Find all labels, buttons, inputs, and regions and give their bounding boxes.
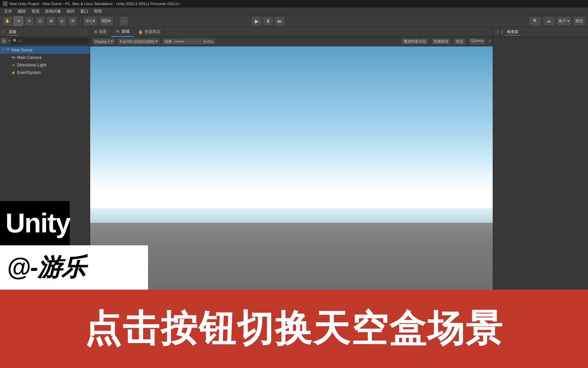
scale-tool-button[interactable]: ⊡ bbox=[35, 16, 45, 26]
game-toolbar-right: 播放时最大化 音频静音 状态 Gizmos ▾ bbox=[401, 38, 491, 45]
maximize-button[interactable]: 播放时最大化 bbox=[401, 38, 428, 45]
inspector-tab[interactable]: 检查器 bbox=[505, 29, 520, 35]
bottom-title-text: 点击按钮切换天空盒场景 bbox=[84, 304, 504, 354]
step-button[interactable]: ⏭ bbox=[274, 16, 285, 26]
display-button[interactable]: Display 1 ▾ bbox=[92, 38, 115, 45]
inspector-icon: ℹ bbox=[501, 30, 503, 34]
toolbar-right: 🔍 ☁ 账户 ▾ 图层 bbox=[529, 16, 585, 26]
center-tabs: ⊞ 场景 🎮 游戏 🔒 资源商店 bbox=[90, 27, 493, 37]
menu-edit[interactable]: 编辑 bbox=[15, 7, 29, 15]
drag-icon bbox=[2, 31, 5, 33]
local-label: 局部 bbox=[101, 18, 109, 24]
hierarchy-search[interactable]: 🔍 All bbox=[11, 38, 88, 44]
tab-game[interactable]: 🎮 游戏 bbox=[111, 27, 134, 37]
scene-tab-label: 场景 bbox=[99, 29, 107, 35]
store-tab-icon: 🔒 bbox=[138, 30, 143, 34]
search-icon: 🔍 bbox=[13, 39, 17, 43]
hierarchy-arrow: ▾ bbox=[8, 39, 10, 43]
search-placeholder: All bbox=[18, 39, 22, 43]
bottom-overlay: 点击按钮切换天空盒场景 bbox=[0, 290, 588, 368]
resolution-button[interactable]: Full HD (1920x1080) ▾ bbox=[117, 38, 160, 45]
camera-icon: 📷 bbox=[11, 55, 16, 60]
gizmos-button[interactable]: Gizmos bbox=[469, 38, 486, 45]
tab-scene[interactable]: ⊞ 场景 bbox=[90, 27, 111, 37]
hierarchy-tab[interactable]: 层级 bbox=[7, 29, 18, 35]
expand-arrow-eventsystem bbox=[7, 71, 11, 75]
cloud-button[interactable]: ☁ bbox=[543, 16, 555, 26]
menu-help[interactable]: 帮助 bbox=[91, 7, 105, 15]
inspector-header: ℹ 检查器 bbox=[493, 27, 588, 37]
tab-store[interactable]: 🔒 资源商店 bbox=[134, 27, 165, 37]
window-icon bbox=[3, 1, 7, 6]
hierarchy-item-new-scene[interactable]: ▾ 🎬 New Scene ⋮ bbox=[0, 46, 90, 54]
light-icon: ☀ bbox=[11, 63, 16, 67]
at-channel-text: @-游乐 bbox=[7, 251, 85, 284]
menu-assets[interactable]: 资源 bbox=[29, 7, 42, 15]
eventsystem-icon: ⚡ bbox=[11, 70, 16, 75]
scene-tab-icon: ⊞ bbox=[94, 30, 97, 34]
hierarchy-item-main-camera[interactable]: 📷 Main Camera bbox=[0, 54, 90, 61]
hierarchy-menu[interactable]: ⋮ bbox=[83, 29, 88, 35]
resolution-label: Full HD (1920x1080) bbox=[120, 40, 154, 44]
game-tab-icon: 🎮 bbox=[115, 29, 120, 34]
inspector-drag-icon bbox=[496, 31, 499, 33]
hierarchy-item-event-system[interactable]: ⚡ EventSystem bbox=[0, 69, 90, 76]
pivot-center-button[interactable]: 中心 ▾ bbox=[83, 16, 98, 26]
game-tab-label: 游戏 bbox=[121, 29, 130, 34]
mute-button[interactable]: 音频静音 bbox=[431, 38, 451, 45]
layers-button[interactable]: 图层 bbox=[573, 16, 585, 26]
pivot-label: 中心 bbox=[86, 18, 93, 24]
gizmos-dropdown[interactable]: ▾ bbox=[489, 39, 491, 44]
scene-label: New Scene bbox=[12, 48, 32, 52]
camera-label: Main Camera bbox=[17, 55, 42, 60]
title-bar: New Unity Project - New Scene - PC, Mac … bbox=[0, 0, 588, 7]
pause-button[interactable]: ⏸ bbox=[263, 16, 274, 26]
menu-file[interactable]: 文件 bbox=[1, 7, 15, 15]
toolbar: ✋ ✛ ↻ ⊡ ⊞ ◎ ⚙ 中心 ▾ 局部 ▾ ··· ▶ ⏸ ⏭ 🔍 ☁ 账户… bbox=[0, 15, 588, 27]
light-label: Directional Light bbox=[17, 63, 46, 67]
unity-branding-text: Unity bbox=[5, 208, 70, 239]
extra-button[interactable]: ··· bbox=[119, 16, 129, 26]
hierarchy-add-button[interactable]: + bbox=[1, 38, 7, 44]
scale-control[interactable]: 缩放 0.47x bbox=[162, 38, 215, 45]
scene-icon: 🎬 bbox=[5, 48, 10, 52]
menu-gameobject[interactable]: 游戏对象 bbox=[42, 7, 64, 15]
hand-tool-button[interactable]: ✋ bbox=[3, 16, 12, 26]
stats-button[interactable]: 状态 bbox=[454, 38, 466, 45]
toolbar-separator-2 bbox=[116, 17, 116, 25]
expand-arrow-camera bbox=[7, 56, 11, 60]
transform-tool-button[interactable]: ◎ bbox=[57, 16, 67, 26]
search-button[interactable]: 🔍 bbox=[529, 16, 541, 26]
hierarchy-item-directional-light[interactable]: ☀ Directional Light bbox=[0, 61, 90, 69]
menu-window[interactable]: 窗口 bbox=[78, 7, 91, 15]
scene-menu-btn[interactable]: ⋮ bbox=[85, 48, 88, 52]
store-tab-label: 资源商店 bbox=[144, 29, 161, 35]
play-button[interactable]: ▶ bbox=[251, 16, 262, 26]
sky-gradient bbox=[90, 46, 493, 223]
menu-component[interactable]: 组件 bbox=[64, 7, 78, 15]
eventsystem-label: EventSystem bbox=[17, 70, 41, 75]
title-text: New Unity Project - New Scene - PC, Mac … bbox=[10, 2, 180, 6]
hierarchy-toolbar: + ▾ 🔍 All bbox=[0, 37, 90, 45]
rotate-tool-button[interactable]: ↻ bbox=[24, 16, 34, 26]
expand-arrow-light bbox=[7, 63, 11, 67]
toolbar-separator-1 bbox=[80, 17, 81, 25]
scale-value: 0.47x bbox=[204, 40, 213, 44]
display-label: Display 1 bbox=[95, 40, 110, 44]
rect-tool-button[interactable]: ⊞ bbox=[46, 16, 56, 26]
at-overlay: @-游乐 bbox=[0, 245, 148, 290]
local-global-button[interactable]: 局部 ▾ bbox=[99, 16, 113, 26]
scale-text: 缩放 bbox=[164, 39, 172, 44]
expand-arrow-scene: ▾ bbox=[1, 48, 5, 52]
unity-overlay: Unity bbox=[0, 201, 70, 245]
hierarchy-header: 层级 ⋮ bbox=[0, 27, 90, 37]
play-controls: ▶ ⏸ ⏭ bbox=[251, 16, 285, 26]
menu-bar: 文件 编辑 资源 游戏对象 组件 窗口 帮助 bbox=[0, 7, 588, 15]
account-button[interactable]: 账户 ▾ bbox=[556, 16, 572, 26]
custom-tool-button[interactable]: ⚙ bbox=[68, 16, 78, 26]
game-toolbar: Display 1 ▾ Full HD (1920x1080) ▾ 缩放 0.4… bbox=[90, 37, 493, 46]
move-tool-button[interactable]: ✛ bbox=[14, 16, 23, 26]
